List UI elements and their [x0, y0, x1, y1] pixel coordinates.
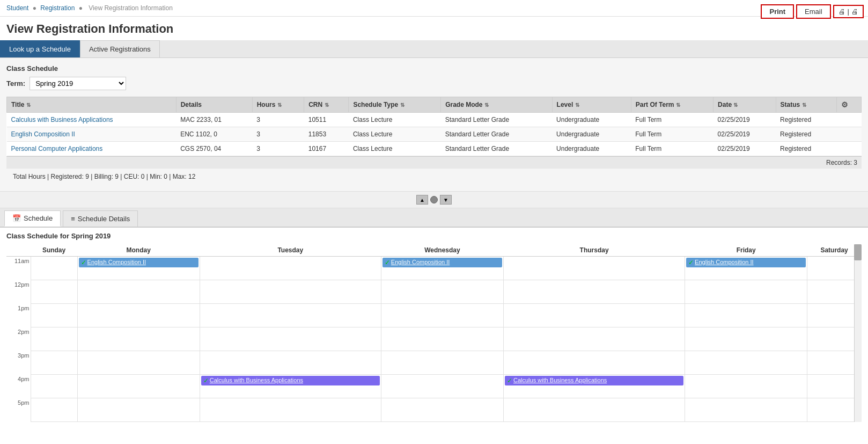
time-label: 12pm	[6, 280, 31, 304]
cell-11am-Thursday	[504, 257, 685, 280]
col-gear[interactable]: ⚙	[836, 97, 861, 113]
schedule-table: Title ⇅ Details Hours ⇅ CRN ⇅ Schedule T…	[6, 97, 862, 156]
col-details[interactable]: Details	[176, 97, 252, 113]
cell-grade-1: Standard Letter Grade	[441, 127, 552, 142]
breadcrumb-sep1: ●	[33, 4, 36, 12]
cell-4pm-Thursday: ✓Calculus with Business Applications	[504, 375, 685, 398]
sort-hours-icon: ⇅	[277, 102, 282, 108]
cell-1pm-Friday	[685, 304, 807, 327]
col-schedule-type[interactable]: Schedule Type ⇅	[349, 97, 441, 113]
cell-5pm-Thursday	[504, 398, 685, 422]
breadcrumb-registration[interactable]: Registration	[40, 4, 75, 12]
printer-icon-button[interactable]: 🖨 | 🖨	[833, 5, 864, 18]
cell-action-0	[836, 113, 861, 127]
scroll-down-button[interactable]: ▼	[440, 195, 452, 205]
cell-5pm-Sunday	[31, 398, 77, 422]
cell-action-2	[836, 142, 861, 156]
calendar-time-row: 3pm	[6, 351, 862, 375]
col-level[interactable]: Level ⇅	[552, 97, 631, 113]
cell-11am-Wednesday: ✓English Composition II	[381, 257, 503, 280]
cell-2pm-Monday	[77, 327, 200, 351]
scroll-dot[interactable]	[430, 196, 438, 203]
sort-date-icon: ⇅	[733, 102, 738, 108]
calendar-time-row: 4pm✓Calculus with Business Applications✓…	[6, 375, 862, 398]
col-sunday: Sunday	[31, 244, 77, 257]
gear-icon: ⚙	[841, 100, 848, 109]
calendar-event[interactable]: ✓Calculus with Business Applications	[201, 376, 380, 385]
col-part-of-term[interactable]: Part Of Term ⇅	[631, 97, 713, 113]
cell-4pm-Saturday	[807, 375, 862, 398]
event-link[interactable]: English Composition II	[87, 259, 146, 265]
tab-schedule[interactable]: 📅 Schedule	[4, 210, 61, 227]
email-button[interactable]: Email	[796, 4, 831, 19]
time-label: 2pm	[6, 327, 31, 351]
printer-icon: 🖨	[838, 8, 845, 16]
cell-12pm-Monday	[77, 280, 200, 304]
calendar-time-row: 1pm	[6, 304, 862, 327]
table-row: English Composition II ENC 1102, 0 3 118…	[7, 127, 862, 142]
cell-4pm-Friday	[685, 375, 807, 398]
col-friday: Friday	[685, 244, 807, 257]
cell-3pm-Friday	[685, 351, 807, 375]
cell-1pm-Sunday	[31, 304, 77, 327]
scroll-up-button[interactable]: ▲	[416, 195, 428, 205]
cell-part-0: Full Term	[631, 113, 713, 127]
col-grade-mode[interactable]: Grade Mode ⇅	[441, 97, 552, 113]
event-link[interactable]: English Composition II	[695, 259, 753, 265]
tab-schedule-details[interactable]: ≡ Schedule Details	[63, 210, 138, 227]
calendar-time-row: 5pm	[6, 398, 862, 422]
col-title[interactable]: Title ⇅	[7, 97, 176, 113]
cell-crn-2: 10167	[304, 142, 349, 156]
cell-grade-2: Standard Letter Grade	[441, 142, 552, 156]
scroll-thumb[interactable]	[854, 244, 862, 260]
scrollbar[interactable]	[854, 244, 862, 422]
divider-row: ▲ ▼	[0, 191, 868, 208]
calendar-icon: 📅	[12, 214, 21, 222]
link-title-0[interactable]: Calculus with Business Applications	[11, 116, 113, 123]
sort-status-icon: ⇅	[802, 102, 806, 108]
event-link[interactable]: Calculus with Business Applications	[210, 377, 303, 383]
cell-date-2: 02/25/2019	[713, 142, 776, 156]
cell-1pm-Saturday	[807, 304, 862, 327]
breadcrumb: Student ● Registration ● View Registrati…	[0, 0, 868, 17]
cell-4pm-Monday	[77, 375, 200, 398]
tab-active-registrations[interactable]: Active Registrations	[80, 40, 160, 57]
cell-action-1	[836, 127, 861, 142]
cell-5pm-Saturday	[807, 398, 862, 422]
calendar-event[interactable]: ✓English Composition II	[382, 258, 502, 267]
breadcrumb-student[interactable]: Student	[6, 4, 28, 12]
calendar-event[interactable]: ✓English Composition II	[79, 258, 198, 267]
check-icon: ✓	[385, 259, 390, 266]
link-title-1[interactable]: English Composition II	[11, 130, 75, 138]
cell-title-1: English Composition II	[7, 127, 176, 142]
term-select[interactable]: Spring 2019	[30, 77, 126, 90]
top-buttons-area: Print Email 🖨 | 🖨	[761, 4, 864, 19]
event-link[interactable]: English Composition II	[391, 259, 450, 265]
tab-active-label: Active Registrations	[89, 45, 151, 53]
table-row: Personal Computer Applications CGS 2570,…	[7, 142, 862, 156]
cell-12pm-Sunday	[31, 280, 77, 304]
col-status[interactable]: Status ⇅	[776, 97, 836, 113]
cell-11am-Sunday	[31, 257, 77, 280]
col-date[interactable]: Date ⇅	[713, 97, 776, 113]
page-title: View Registration Information	[0, 17, 868, 40]
cell-hours-2: 3	[252, 142, 304, 156]
tab-look-up-schedule[interactable]: Look up a Schedule	[0, 40, 80, 57]
sort-grade-icon: ⇅	[484, 102, 489, 108]
print-button[interactable]: Print	[761, 4, 794, 19]
calendar-event[interactable]: ✓Calculus with Business Applications	[505, 376, 683, 385]
cell-3pm-Wednesday	[381, 351, 503, 375]
time-header	[6, 244, 31, 257]
cell-title-2: Personal Computer Applications	[7, 142, 176, 156]
records-count: Records: 3	[6, 156, 862, 169]
col-hours[interactable]: Hours ⇅	[252, 97, 304, 113]
cell-1pm-Tuesday	[200, 304, 381, 327]
col-crn[interactable]: CRN ⇅	[304, 97, 349, 113]
event-link[interactable]: Calculus with Business Applications	[513, 377, 607, 383]
cell-part-1: Full Term	[631, 127, 713, 142]
link-title-2[interactable]: Personal Computer Applications	[11, 145, 103, 152]
time-label: 5pm	[6, 398, 31, 422]
cell-5pm-Monday	[77, 398, 200, 422]
check-icon: ✓	[81, 259, 86, 266]
calendar-event[interactable]: ✓English Composition II	[686, 258, 806, 267]
